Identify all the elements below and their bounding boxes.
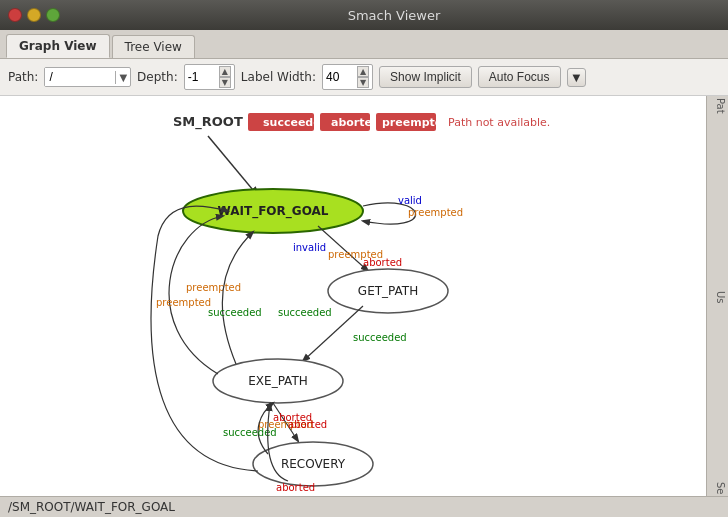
tab-tree-view[interactable]: Tree View — [112, 35, 195, 58]
depth-label: Depth: — [137, 70, 178, 84]
path-input[interactable] — [45, 68, 115, 86]
labelwidth-input[interactable] — [326, 70, 356, 84]
auto-focus-dropdown[interactable]: ▼ — [567, 68, 587, 87]
sm-root-label: SM_ROOT — [173, 114, 243, 130]
svg-text:succeeded: succeeded — [263, 116, 329, 129]
svg-text:GET_PATH: GET_PATH — [358, 284, 418, 298]
status-path: /SM_ROOT/WAIT_FOR_GOAL — [8, 500, 175, 514]
svg-line-7 — [208, 136, 258, 196]
svg-text:aborted: aborted — [331, 116, 380, 129]
svg-text:preempted: preempted — [186, 282, 241, 293]
se-label: Se — [709, 482, 726, 495]
path-label: Path: — [8, 70, 38, 84]
svg-text:valid: valid — [398, 195, 422, 206]
tabbar: Graph View Tree View — [0, 30, 728, 59]
depth-up[interactable]: ▲ — [219, 66, 231, 77]
depth-down[interactable]: ▼ — [219, 77, 231, 88]
svg-text:aborted: aborted — [276, 482, 315, 493]
labelwidth-box: ▲ ▼ — [322, 64, 373, 90]
maximize-button[interactable] — [46, 8, 60, 22]
minimize-button[interactable] — [27, 8, 41, 22]
right-sidebar: Pat Us Se — [706, 96, 728, 496]
path-input-container: ▼ — [44, 67, 131, 87]
svg-text:succeeded: succeeded — [278, 307, 332, 318]
pat-label: Pat — [709, 98, 726, 114]
show-implicit-button[interactable]: Show Implicit — [379, 66, 472, 88]
svg-text:preempted: preempted — [193, 495, 248, 496]
svg-text:aborted: aborted — [363, 257, 402, 268]
depth-spinbox: ▲ ▼ — [219, 66, 231, 88]
svg-text:succeeded: succeeded — [208, 307, 262, 318]
labelwidth-up[interactable]: ▲ — [357, 66, 369, 77]
labelwidth-down[interactable]: ▼ — [357, 77, 369, 88]
labelwidth-label: Label Width: — [241, 70, 316, 84]
labelwidth-spinbox: ▲ ▼ — [357, 66, 369, 88]
svg-text:preempted: preempted — [408, 207, 463, 218]
window-title: Smach Viewer — [68, 8, 720, 23]
svg-text:preempted: preempted — [382, 116, 450, 129]
auto-focus-button[interactable]: Auto Focus — [478, 66, 561, 88]
tab-graph-view[interactable]: Graph View — [6, 34, 110, 58]
use-label: Us — [709, 291, 726, 304]
svg-text:RECOVERY: RECOVERY — [281, 457, 346, 471]
close-button[interactable] — [8, 8, 22, 22]
svg-text:succeeded: succeeded — [353, 332, 407, 343]
toolbar: Path: ▼ Depth: ▲ ▼ Label Width: ▲ ▼ Show… — [0, 59, 728, 96]
window-buttons — [8, 8, 60, 22]
svg-text:WAIT_FOR_GOAL: WAIT_FOR_GOAL — [218, 204, 329, 219]
titlebar: Smach Viewer — [0, 0, 728, 30]
svg-text:Path not available.: Path not available. — [448, 116, 550, 129]
svg-text:preempted: preempted — [156, 297, 211, 308]
graph-svg: SM_ROOT succeeded aborted preempted Path… — [0, 96, 706, 496]
content-area: SM_ROOT succeeded aborted preempted Path… — [0, 96, 728, 496]
svg-text:succeeded: succeeded — [223, 427, 277, 438]
depth-box: ▲ ▼ — [184, 64, 235, 90]
statusbar: /SM_ROOT/WAIT_FOR_GOAL — [0, 496, 728, 517]
svg-text:invalid: invalid — [293, 242, 326, 253]
depth-input[interactable] — [188, 70, 218, 84]
path-dropdown-btn[interactable]: ▼ — [115, 71, 130, 84]
graph-area[interactable]: SM_ROOT succeeded aborted preempted Path… — [0, 96, 706, 496]
main-window: Graph View Tree View Path: ▼ Depth: ▲ ▼ … — [0, 30, 728, 517]
svg-text:aborted: aborted — [273, 412, 312, 423]
svg-text:EXE_PATH: EXE_PATH — [248, 374, 307, 388]
